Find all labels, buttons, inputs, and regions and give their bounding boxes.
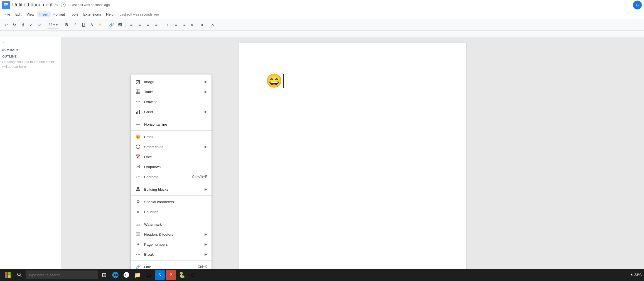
align-left-btn[interactable]: ≡ xyxy=(127,21,135,29)
menu-edit[interactable]: Edit xyxy=(13,11,24,18)
sep-2 xyxy=(61,22,61,28)
taskbar-icon-4[interactable]: 📁 xyxy=(132,270,142,280)
table-label: Table xyxy=(144,90,205,94)
special-chars-label: Special characters xyxy=(144,200,207,204)
align-center-btn[interactable]: ≡ xyxy=(136,21,144,29)
svg-rect-11 xyxy=(139,110,140,114)
menu-group-blocks: Building blocks ▶ xyxy=(131,183,212,196)
menu-bar: File Edit View Insert Format Tools Exten… xyxy=(0,10,644,19)
menu-extensions[interactable]: Extensions xyxy=(81,11,103,18)
print-btn[interactable]: 🖨 xyxy=(19,21,27,29)
font-size-plus[interactable]: + xyxy=(56,23,58,27)
doc-title[interactable]: Untitled document xyxy=(12,2,53,8)
history-icon[interactable]: 🕐 xyxy=(60,2,66,8)
undo-btn[interactable]: ↩ xyxy=(2,21,10,29)
taskbar-icon-5[interactable]: 🗂 xyxy=(144,270,154,280)
taskbar-right: ☀ 33°C xyxy=(630,273,642,277)
table-arrow: ▶ xyxy=(205,90,207,94)
menu-view[interactable]: View xyxy=(24,11,36,18)
taskbar-icon-1[interactable]: ⊞ xyxy=(99,270,109,280)
main-area: ← SUMMARY OUTLINE Headings you add to th… xyxy=(0,37,644,281)
menu-item-page-numbers[interactable]: # Page numbers ▶ xyxy=(131,239,212,249)
menu-group-3: 😊 Emoji Smart chips ▶ 📅 xyxy=(131,131,212,183)
text-cursor xyxy=(283,74,284,88)
numbering-btn[interactable]: ≡ xyxy=(181,21,188,29)
menu-group-hline: Horizontal line xyxy=(131,118,212,131)
svg-rect-1 xyxy=(4,3,8,4)
svg-rect-33 xyxy=(5,275,8,278)
menu-tools[interactable]: Tools xyxy=(68,11,80,18)
font-size-box[interactable]: 44 − + xyxy=(47,21,59,29)
image-icon: 🖼 xyxy=(135,79,141,84)
taskbar-icon-3[interactable] xyxy=(121,270,131,280)
taskbar-icon-7[interactable]: P xyxy=(166,270,176,280)
menu-item-break[interactable]: Break ▶ xyxy=(131,249,212,259)
underline-btn[interactable]: U xyxy=(80,21,87,29)
indent-less-btn[interactable]: ⇤ xyxy=(189,21,197,29)
menu-item-hline[interactable]: Horizontal line xyxy=(131,119,212,129)
break-icon xyxy=(135,252,141,257)
doc-page[interactable]: 😄 xyxy=(239,43,466,275)
menu-insert[interactable]: Insert xyxy=(37,11,51,18)
svg-rect-4 xyxy=(136,90,140,94)
menu-item-chart[interactable]: Chart ▶ xyxy=(131,107,212,117)
svg-rect-31 xyxy=(5,272,8,275)
text-color-btn[interactable]: A xyxy=(88,21,96,29)
profile-area: G xyxy=(633,1,642,9)
menu-item-date[interactable]: 📅 Date xyxy=(131,152,212,162)
menu-item-watermark[interactable]: WM Watermark xyxy=(131,219,212,229)
menu-help[interactable]: Help xyxy=(104,11,116,18)
drawing-icon: ✏ xyxy=(135,99,141,105)
taskbar-search-input[interactable] xyxy=(26,270,98,279)
last-edit-menu: Last edit was seconds ago xyxy=(120,13,159,16)
building-blocks-icon xyxy=(135,186,141,192)
menu-item-headers-footers[interactable]: Headers & footers ▶ xyxy=(131,229,212,239)
toolbar: ↩ ↻ 🖨 ✓ 🖊 44 − + B I U A A 🔗 🖼 ≡ ≡ ≡ ≡ ↕… xyxy=(0,19,644,31)
paint-btn[interactable]: 🖊 xyxy=(36,21,43,29)
menu-item-table[interactable]: Table ▶ xyxy=(131,87,212,97)
menu-item-drawing[interactable]: ✏ Drawing xyxy=(131,97,212,107)
menu-item-footnote[interactable]: f n Footnote Ctrl+Alt+F xyxy=(131,172,212,182)
taskbar: ⊞ 🌐 📁 🗂 S P 🐍 ⬡ ☀ 33°C xyxy=(0,269,644,281)
taskbar-icon-8[interactable]: 🐍 xyxy=(177,270,187,280)
start-button[interactable] xyxy=(2,269,13,280)
bullets-btn[interactable]: ≡ xyxy=(172,21,180,29)
menu-item-equation[interactable]: π Equation xyxy=(131,207,212,217)
indent-more-btn[interactable]: ⇥ xyxy=(197,21,205,29)
taskbar-search-icon xyxy=(14,270,24,280)
menu-item-emoji[interactable]: 😊 Emoji xyxy=(131,132,212,142)
menu-group-1: 🖼 Image ▶ Table ▶ xyxy=(131,76,212,118)
watermark-icon: WM xyxy=(135,222,141,227)
menu-format[interactable]: Format xyxy=(51,11,67,18)
cursor-area: 😄 xyxy=(266,74,439,88)
smart-chips-icon xyxy=(135,144,141,150)
align-right-btn[interactable]: ≡ xyxy=(144,21,152,29)
emoji-in-doc: 😄 xyxy=(266,74,282,88)
menu-item-special-chars[interactable]: Ω Special characters xyxy=(131,197,212,207)
italic-btn[interactable]: I xyxy=(71,21,79,29)
menu-item-dropdown[interactable]: Dropdown xyxy=(131,162,212,172)
taskbar-icon-2[interactable]: 🌐 xyxy=(110,270,120,280)
menu-item-smart-chips[interactable]: Smart chips ▶ xyxy=(131,142,212,152)
spellcheck-btn[interactable]: ✓ xyxy=(27,21,35,29)
star-icon[interactable]: ☆ xyxy=(55,2,59,8)
sidebar-back-btn[interactable]: ← xyxy=(2,41,59,45)
avatar[interactable]: G xyxy=(633,1,642,9)
font-size-minus[interactable]: − xyxy=(53,23,55,27)
menu-item-building-blocks[interactable]: Building blocks ▶ xyxy=(131,184,212,194)
highlight-btn[interactable]: A xyxy=(96,21,104,29)
special-chars-icon: Ω xyxy=(135,199,141,205)
menu-file[interactable]: File xyxy=(2,11,13,18)
menu-group-special: Ω Special characters π Equation xyxy=(131,196,212,218)
line-spacing-btn[interactable]: ↕ xyxy=(164,21,172,29)
link-btn[interactable]: 🔗 xyxy=(108,21,115,29)
taskbar-icon-9[interactable]: ⬡ xyxy=(188,270,198,280)
menu-item-image[interactable]: 🖼 Image ▶ xyxy=(131,77,212,87)
page-numbers-icon: # xyxy=(135,242,141,247)
clear-formatting-btn[interactable]: ✕ xyxy=(209,21,217,29)
taskbar-icon-6[interactable]: S xyxy=(155,270,165,280)
redo-btn[interactable]: ↻ xyxy=(11,21,18,29)
bold-btn[interactable]: B xyxy=(63,21,71,29)
image-btn[interactable]: 🖼 xyxy=(116,21,124,29)
align-justify-btn[interactable]: ≡ xyxy=(153,21,160,29)
